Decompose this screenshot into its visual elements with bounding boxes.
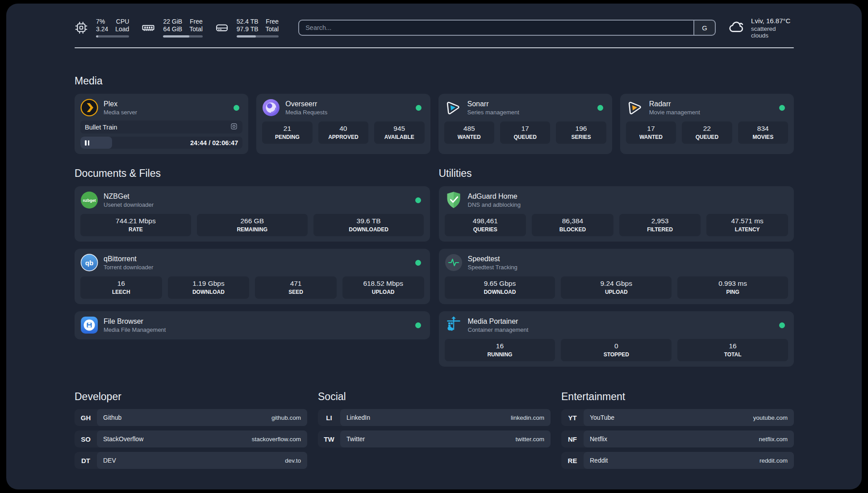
bookmark-youtube[interactable]: YT YouTube youtube.com	[561, 409, 794, 426]
stat-available: 945 AVAILABLE	[374, 121, 424, 144]
bookmark-abbr: NF	[561, 430, 584, 447]
app-card-qbittorrent[interactable]: qb qBittorrent Torrent downloader 16 LEE…	[75, 249, 430, 304]
stat-upload: 9.24 Gbps UPLOAD	[561, 276, 672, 299]
app-card-radarr[interactable]: Radarr Movie management 17 WANTED 22 QUE…	[620, 94, 794, 154]
disk-total-value: 97.9 TB	[237, 25, 259, 33]
cpu-usage-value: 7%	[96, 18, 108, 25]
section-documents-files: Documents & Files nzbget NZBGet Usenet d…	[75, 167, 430, 339]
bookmark-abbr: GH	[75, 409, 97, 426]
app-card-filebrowser[interactable]: File Browser Media File Management	[75, 311, 430, 339]
memory-progress-fill	[163, 35, 189, 38]
cpu-load-label: Load	[115, 25, 129, 33]
bookmark-domain: dev.to	[285, 457, 301, 464]
weather-condition: scattered clouds	[751, 25, 794, 39]
filebrowser-icon	[80, 316, 98, 334]
bookmark-abbr: RE	[561, 452, 584, 469]
disk-progress-fill	[237, 35, 256, 38]
stat-series: 196 SERIES	[556, 121, 606, 144]
bookmark-domain: twitter.com	[515, 436, 544, 443]
app-card-adguard[interactable]: AdGuard Home DNS and adblocking 498,461 …	[439, 186, 794, 242]
qbittorrent-icon: qb	[80, 254, 98, 272]
bookmark-name: StackOverflow	[103, 435, 143, 443]
topbar-divider	[75, 47, 794, 48]
now-playing-row: Bullet Train	[80, 121, 242, 134]
bookmark-stackoverflow[interactable]: SO StackOverflow stackoverflow.com	[75, 430, 307, 447]
stat-queued: 22 QUEUED	[682, 121, 732, 144]
status-dot-online	[779, 322, 785, 328]
pause-icon	[85, 140, 89, 146]
bookmark-netflix[interactable]: NF Netflix netflix.com	[561, 430, 794, 447]
app-description: Series management	[467, 109, 519, 116]
stat-filtered: 2,953 FILTERED	[619, 214, 701, 236]
stat-pending: 21 PENDING	[262, 121, 312, 144]
search-bar: G	[298, 20, 716, 36]
cloud-icon	[728, 18, 745, 37]
stat-latency: 47.571 ms LATENCY	[706, 214, 788, 236]
app-name: Speedtest	[468, 255, 517, 263]
stat-upload: 618.52 Mbps UPLOAD	[342, 276, 424, 299]
bookmark-github[interactable]: GH Github github.com	[75, 409, 307, 426]
stat-queries: 498,461 QUERIES	[445, 214, 526, 236]
memory-icon	[142, 21, 155, 34]
adguard-icon	[445, 191, 463, 209]
stat-running: 16 RUNNING	[445, 339, 555, 361]
stat-downloaded: 39.6 TB DOWNLOADED	[313, 214, 424, 236]
app-description: Speedtest Tracking	[468, 264, 517, 271]
bookmark-domain: youtube.com	[753, 414, 788, 421]
speedtest-icon	[445, 254, 463, 272]
app-card-speedtest[interactable]: Speedtest Speedtest Tracking 9.65 Gbps D…	[439, 249, 794, 304]
bookmark-dev[interactable]: DT DEV dev.to	[75, 452, 307, 469]
app-description: Container management	[468, 326, 529, 333]
memory-free-label: Free	[189, 18, 203, 25]
bookmark-linkedin[interactable]: LI LinkedIn linkedin.com	[318, 409, 551, 426]
bookmark-abbr: DT	[75, 452, 97, 469]
disk-icon	[215, 21, 229, 34]
app-card-sonarr[interactable]: Sonarr Series management 485 WANTED 17 Q…	[438, 94, 612, 154]
stat-queued: 17 QUEUED	[500, 121, 550, 144]
section-title-documents: Documents & Files	[75, 167, 430, 180]
section-title-developer: Developer	[75, 391, 307, 403]
memory-values: 22 GiB 64 GiB	[163, 18, 182, 33]
cpu-labels: CPU Load	[115, 18, 129, 33]
bookmark-twitter[interactable]: TW Twitter twitter.com	[318, 430, 551, 447]
app-description: Movie management	[649, 109, 700, 116]
cpu-chip-icon	[75, 21, 88, 34]
cpu-usage-label: CPU	[115, 18, 129, 25]
bookmark-name: Netflix	[590, 435, 607, 443]
search-input[interactable]	[299, 21, 693, 35]
overseerr-icon	[262, 99, 280, 117]
cpu-load-value: 3.24	[96, 25, 108, 33]
bookmark-name: DEV	[103, 457, 116, 464]
svg-text:nzbget: nzbget	[83, 198, 96, 203]
stat-wanted: 485 WANTED	[444, 121, 494, 144]
app-card-overseerr[interactable]: Overseerr Media Requests 21 PENDING 40 A…	[256, 94, 430, 154]
app-description: DNS and adblocking	[468, 201, 521, 208]
app-name: NZBGet	[104, 192, 154, 201]
stat-approved: 40 APPROVED	[318, 121, 368, 144]
status-dot-online	[234, 105, 239, 111]
sonarr-icon	[444, 99, 462, 117]
app-description: Media server	[104, 109, 137, 116]
section-title-media: Media	[75, 75, 794, 87]
app-card-plex[interactable]: Plex Media server Bullet Train	[75, 94, 248, 154]
bookmark-abbr: TW	[318, 430, 340, 447]
search-engine-button[interactable]: G	[693, 21, 715, 35]
app-card-portainer[interactable]: Media Portainer Container management 16 …	[439, 311, 794, 367]
status-dot-online	[415, 260, 421, 266]
status-dot-online	[779, 105, 785, 111]
bookmark-name: Github	[103, 414, 121, 421]
section-title-entertainment: Entertainment	[561, 391, 794, 403]
stat-wanted: 17 WANTED	[626, 121, 676, 144]
app-name: Media Portainer	[468, 318, 529, 326]
status-dot-online	[415, 197, 421, 203]
bookmark-reddit[interactable]: RE Reddit reddit.com	[561, 452, 794, 469]
stat-total: 16 TOTAL	[677, 339, 788, 361]
playback-progress-bar: 24:44 / 02:06:47	[80, 137, 242, 149]
cpu-values: 7% 3.24	[96, 18, 108, 33]
status-dot-online	[415, 322, 421, 328]
app-card-nzbget[interactable]: nzbget NZBGet Usenet downloader 744.21 M…	[75, 186, 430, 242]
status-dot-online	[597, 105, 603, 111]
app-description: Usenet downloader	[104, 201, 154, 208]
section-social: Social LI LinkedIn linkedin.com TW Twitt…	[318, 391, 551, 473]
stat-stopped: 0 STOPPED	[561, 339, 672, 361]
